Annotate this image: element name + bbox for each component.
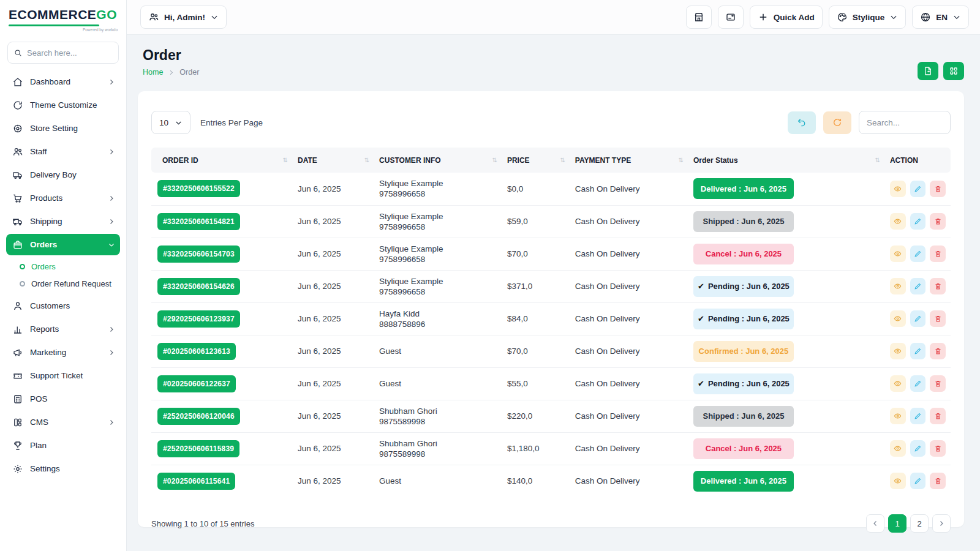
view-order-button[interactable] bbox=[890, 278, 906, 294]
page-2-button[interactable]: 2 bbox=[910, 514, 929, 533]
grid-view-button[interactable] bbox=[943, 62, 964, 80]
theme-select-button[interactable]: Stylique bbox=[829, 6, 907, 29]
view-order-button[interactable] bbox=[890, 246, 906, 262]
pos-icon bbox=[12, 394, 23, 405]
storefront-button[interactable] bbox=[686, 6, 712, 29]
pencil-icon bbox=[914, 217, 922, 225]
plus-icon bbox=[758, 12, 769, 23]
sidebar-item-reports[interactable]: Reports bbox=[6, 318, 120, 340]
header-price[interactable]: PRICE⇅ bbox=[502, 148, 570, 173]
trash-icon bbox=[934, 477, 942, 485]
order-id-badge[interactable]: #3320250606154626 bbox=[157, 278, 240, 295]
order-id-badge[interactable]: #020250606123613 bbox=[157, 343, 236, 360]
order-id-badge[interactable]: #2920250606123937 bbox=[157, 310, 240, 328]
header-customer-info[interactable]: CUSTOMER INFO⇅ bbox=[374, 148, 502, 173]
edit-order-button[interactable] bbox=[910, 246, 926, 262]
chevron-right-icon bbox=[108, 218, 115, 225]
sidebar-item-support-ticket[interactable]: Support Ticket bbox=[6, 365, 120, 386]
edit-order-button[interactable] bbox=[910, 310, 926, 327]
order-id-badge[interactable]: #3320250606154821 bbox=[157, 213, 240, 230]
edit-order-button[interactable] bbox=[910, 343, 926, 359]
header-order-status[interactable]: Order Status⇅ bbox=[688, 148, 885, 173]
sidebar-item-plan[interactable]: Plan bbox=[6, 435, 120, 456]
next-page-button[interactable] bbox=[932, 514, 951, 533]
sidebar-item-staff[interactable]: Staff bbox=[6, 141, 120, 162]
eye-icon bbox=[894, 217, 902, 225]
page-1-button[interactable]: 1 bbox=[888, 514, 907, 533]
sidebar-item-customers[interactable]: Customers bbox=[6, 295, 120, 317]
sidebar-search-input[interactable] bbox=[27, 48, 112, 58]
view-order-button[interactable] bbox=[890, 473, 906, 489]
reset-filters-button[interactable] bbox=[788, 111, 816, 134]
submenu-item-order-refund-request[interactable]: Order Refund Request bbox=[6, 276, 120, 291]
edit-order-button[interactable] bbox=[910, 440, 926, 457]
sidebar-item-theme-customize[interactable]: Theme Customize bbox=[6, 94, 120, 116]
order-id-badge[interactable]: #2520250606115839 bbox=[157, 440, 239, 457]
edit-order-button[interactable] bbox=[910, 375, 926, 392]
table-search-input[interactable] bbox=[859, 111, 951, 134]
sidebar-item-dashboard[interactable]: Dashboard bbox=[6, 71, 120, 92]
sidebar-item-settings[interactable]: Settings bbox=[6, 458, 120, 479]
delete-order-button[interactable] bbox=[930, 181, 946, 197]
view-order-button[interactable] bbox=[890, 440, 906, 457]
sidebar-item-products[interactable]: Products bbox=[6, 187, 120, 209]
view-order-button[interactable] bbox=[890, 343, 906, 359]
order-id-badge[interactable]: #020250606122637 bbox=[157, 375, 236, 392]
edit-order-button[interactable] bbox=[910, 278, 926, 294]
breadcrumb-home-link[interactable]: Home bbox=[143, 68, 163, 77]
delete-order-button[interactable] bbox=[930, 310, 946, 327]
quick-add-button[interactable]: Quick Add bbox=[750, 6, 823, 29]
trash-icon bbox=[934, 444, 942, 452]
export-button[interactable] bbox=[918, 62, 938, 80]
orders-bag-icon bbox=[12, 239, 23, 250]
delete-order-button[interactable] bbox=[930, 343, 946, 359]
view-order-button[interactable] bbox=[890, 310, 906, 327]
order-id-badge[interactable]: #3320250606155522 bbox=[157, 180, 240, 197]
language-select-button[interactable]: EN bbox=[912, 6, 969, 29]
delete-order-button[interactable] bbox=[930, 473, 946, 489]
entries-per-page-select[interactable]: 10 bbox=[151, 111, 190, 134]
brand-logo[interactable]: ECOMMERCEGO Powered by workdo bbox=[0, 0, 126, 36]
chevron-right-icon bbox=[108, 195, 115, 202]
view-order-button[interactable] bbox=[890, 181, 906, 197]
delete-order-button[interactable] bbox=[930, 213, 946, 230]
prev-page-button[interactable] bbox=[866, 514, 884, 533]
trash-icon bbox=[934, 185, 942, 193]
sidebar-item-cms[interactable]: CMS bbox=[6, 411, 120, 433]
customer-name: Hayfa Kidd bbox=[379, 309, 497, 319]
sidebar-item-marketing[interactable]: Marketing bbox=[6, 342, 120, 363]
header-payment-type[interactable]: PAYMENT TYPE⇅ bbox=[570, 148, 688, 173]
sidebar-item-orders[interactable]: Orders bbox=[6, 234, 120, 255]
view-order-button[interactable] bbox=[890, 375, 906, 392]
marketing-megaphone-icon bbox=[12, 347, 23, 358]
edit-order-button[interactable] bbox=[910, 181, 926, 197]
globe-icon bbox=[920, 12, 931, 23]
order-price: $0,0 bbox=[502, 173, 570, 205]
card-view-button[interactable] bbox=[718, 6, 744, 29]
order-id-badge[interactable]: #020250606115641 bbox=[157, 473, 235, 490]
delete-order-button[interactable] bbox=[930, 278, 946, 294]
sidebar-item-shipping[interactable]: Shipping bbox=[6, 211, 120, 232]
edit-order-button[interactable] bbox=[910, 473, 926, 489]
sidebar-search[interactable] bbox=[7, 42, 119, 64]
sidebar-item-pos[interactable]: POS bbox=[6, 388, 120, 410]
order-id-badge[interactable]: #2520250606120046 bbox=[157, 408, 240, 425]
delete-order-button[interactable] bbox=[930, 440, 946, 457]
status-badge: ✔Pending : Jun 6, 2025 bbox=[693, 373, 794, 394]
header-order-id[interactable]: ORDER ID⇅ bbox=[151, 148, 293, 173]
chevron-left-icon bbox=[872, 520, 879, 527]
order-id-badge[interactable]: #3320250606154703 bbox=[157, 246, 240, 263]
header-date[interactable]: DATE⇅ bbox=[293, 148, 374, 173]
edit-order-button[interactable] bbox=[910, 408, 926, 424]
delete-order-button[interactable] bbox=[930, 375, 946, 392]
edit-order-button[interactable] bbox=[910, 213, 926, 230]
view-order-button[interactable] bbox=[890, 408, 906, 424]
delete-order-button[interactable] bbox=[930, 408, 946, 424]
sidebar-item-store-setting[interactable]: Store Setting bbox=[6, 118, 120, 139]
user-menu-button[interactable]: Hi, Admin! bbox=[140, 6, 227, 29]
sidebar-item-delivery-boy[interactable]: Delivery Boy bbox=[6, 164, 120, 186]
delete-order-button[interactable] bbox=[930, 246, 946, 262]
view-order-button[interactable] bbox=[890, 213, 906, 230]
refresh-button[interactable] bbox=[823, 111, 851, 134]
submenu-item-orders[interactable]: Orders bbox=[6, 258, 120, 274]
